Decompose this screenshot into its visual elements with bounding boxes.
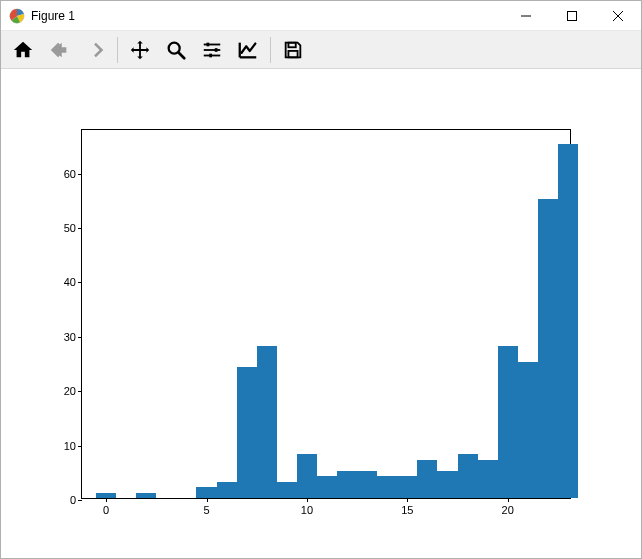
histogram-bar — [458, 454, 478, 498]
histogram-bar — [377, 476, 397, 498]
svg-rect-13 — [288, 42, 295, 47]
y-tick — [78, 337, 82, 338]
axes: 010203040506005101520 — [81, 129, 571, 499]
y-tick — [78, 228, 82, 229]
save-icon — [282, 39, 304, 61]
histogram-bar — [518, 362, 538, 498]
y-tick — [78, 174, 82, 175]
histogram-bar — [397, 476, 417, 498]
titlebar: Figure 1 — [1, 1, 641, 31]
x-tick — [207, 498, 208, 502]
sliders-icon — [201, 39, 223, 61]
y-tick-label: 0 — [70, 494, 76, 506]
svg-rect-12 — [209, 53, 212, 57]
move-icon — [129, 39, 151, 61]
zoom-icon — [165, 39, 187, 61]
maximize-button[interactable] — [549, 1, 595, 31]
home-icon — [12, 39, 34, 61]
figure-window: Figure 1 — [0, 0, 642, 559]
svg-line-6 — [179, 52, 185, 58]
zoom-button[interactable] — [159, 34, 193, 66]
y-tick — [78, 446, 82, 447]
histogram-bar — [437, 471, 457, 498]
histogram-bar — [96, 493, 116, 498]
home-button[interactable] — [6, 34, 40, 66]
y-tick — [78, 500, 82, 501]
x-tick — [407, 498, 408, 502]
save-button[interactable] — [276, 34, 310, 66]
arrow-left-icon — [48, 39, 70, 61]
y-tick-label: 10 — [64, 440, 76, 452]
histogram-bar — [417, 460, 437, 498]
histogram-bar — [538, 199, 558, 498]
toolbar-separator — [270, 37, 271, 63]
y-tick — [78, 282, 82, 283]
forward-button[interactable] — [78, 34, 112, 66]
close-button[interactable] — [595, 1, 641, 31]
histogram-bar — [257, 346, 277, 498]
histogram-bar — [217, 482, 237, 498]
histogram-bar — [558, 144, 578, 498]
figure-canvas[interactable]: 010203040506005101520 — [1, 69, 641, 558]
svg-rect-11 — [215, 48, 218, 52]
chart-line-icon — [237, 39, 259, 61]
x-tick — [307, 498, 308, 502]
y-tick-label: 60 — [64, 168, 76, 180]
toolbar — [1, 31, 641, 69]
svg-rect-10 — [207, 42, 210, 46]
y-tick-label: 20 — [64, 385, 76, 397]
x-tick — [508, 498, 509, 502]
histogram-bar — [277, 482, 297, 498]
y-tick-label: 50 — [64, 222, 76, 234]
x-tick — [106, 498, 107, 502]
x-tick-label: 10 — [301, 504, 313, 516]
histogram-bar — [237, 367, 257, 498]
x-tick-label: 5 — [203, 504, 209, 516]
histogram-bar — [136, 493, 156, 498]
minimize-button[interactable] — [503, 1, 549, 31]
histogram-bar — [478, 460, 498, 498]
svg-rect-2 — [568, 11, 577, 20]
configure-subplots-button[interactable] — [195, 34, 229, 66]
back-button[interactable] — [42, 34, 76, 66]
arrow-right-icon — [84, 39, 106, 61]
histogram-bar — [297, 454, 317, 498]
x-tick-label: 20 — [502, 504, 514, 516]
x-tick-label: 0 — [103, 504, 109, 516]
x-tick-label: 15 — [401, 504, 413, 516]
svg-rect-14 — [288, 50, 297, 56]
window-title: Figure 1 — [31, 9, 75, 23]
y-tick-label: 30 — [64, 331, 76, 343]
histogram-bar — [337, 471, 357, 498]
y-tick — [78, 391, 82, 392]
y-tick-label: 40 — [64, 276, 76, 288]
pan-button[interactable] — [123, 34, 157, 66]
edit-axes-button[interactable] — [231, 34, 265, 66]
histogram-bar — [317, 476, 337, 498]
toolbar-separator — [117, 37, 118, 63]
app-icon — [9, 8, 25, 24]
histogram-bar — [357, 471, 377, 498]
histogram-bar — [196, 487, 216, 498]
histogram-bar — [498, 346, 518, 498]
